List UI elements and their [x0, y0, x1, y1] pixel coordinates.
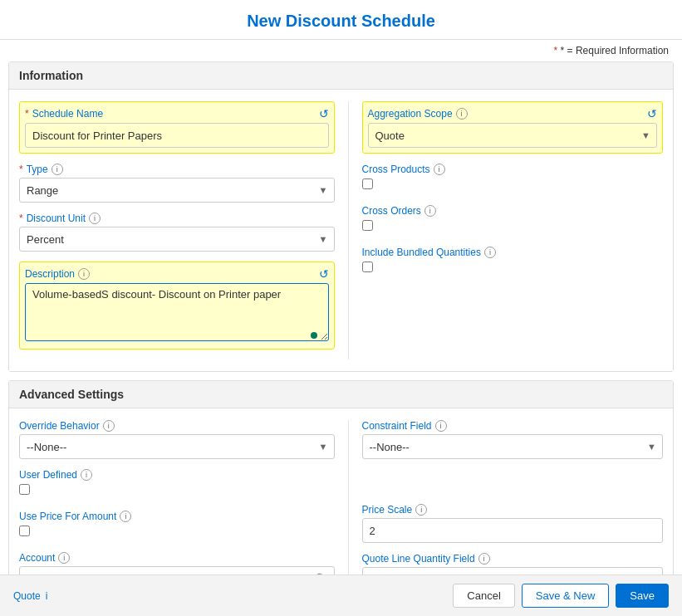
- account-info-icon[interactable]: i: [58, 552, 70, 564]
- override-behavior-info-icon[interactable]: i: [103, 420, 115, 432]
- description-reset-icon[interactable]: ↺: [319, 267, 329, 281]
- constraint-field-label: Constraint Field i: [362, 420, 664, 432]
- type-select-wrapper: Range Fixed Percentage ▼: [19, 178, 335, 203]
- price-scale-label: Price Scale i: [362, 504, 664, 516]
- account-label: Account i: [19, 552, 335, 564]
- aggregation-scope-group: Aggregation Scope i ↺ Quote Order None ▼: [362, 101, 664, 154]
- discount-unit-group: * Discount Unit i Percent Amount Fixed P…: [19, 213, 335, 252]
- user-defined-group: User Defined i: [19, 469, 335, 497]
- description-textarea[interactable]: Volume-basedS discount- Discount on Prin…: [25, 283, 329, 341]
- quote-line-qty-info-icon[interactable]: i: [478, 553, 490, 565]
- aggregation-scope-select-wrapper: Quote Order None ▼: [368, 123, 658, 148]
- cross-orders-label: Cross Orders i: [362, 205, 664, 217]
- type-select[interactable]: Range Fixed Percentage: [19, 178, 335, 203]
- footer-bar: Quote i Cancel Save & New Save: [0, 574, 682, 616]
- schedule-name-reset-icon[interactable]: ↺: [319, 107, 329, 120]
- user-defined-info-icon[interactable]: i: [81, 469, 92, 481]
- save-button[interactable]: Save: [616, 584, 669, 608]
- textarea-dot: [311, 332, 317, 339]
- footer-quote-label: Quote: [13, 590, 41, 602]
- information-section: Information * Schedule Name ↺ *: [8, 61, 674, 372]
- cross-products-checkbox[interactable]: [362, 178, 373, 189]
- use-price-for-amount-checkbox[interactable]: [19, 526, 30, 536]
- price-scale-input[interactable]: [362, 518, 664, 543]
- override-behavior-group: Override Behavior i --None-- Override De…: [19, 420, 335, 459]
- aggregation-scope-info-icon[interactable]: i: [456, 108, 468, 120]
- cancel-button[interactable]: Cancel: [453, 584, 514, 608]
- aggregation-scope-label: Aggregation Scope i ↺: [368, 107, 658, 120]
- use-price-for-amount-group: Use Price For Amount i: [19, 511, 335, 539]
- include-bundled-label: Include Bundled Quantities i: [362, 247, 664, 258]
- required-info-text: * * = Required Information: [0, 40, 682, 61]
- type-label: * Type i: [19, 164, 335, 175]
- include-bundled-group: Include Bundled Quantities i: [362, 247, 664, 275]
- price-scale-group: Price Scale i: [362, 504, 664, 543]
- description-label: Description i ↺: [25, 267, 329, 281]
- constraint-field-select[interactable]: --None--: [362, 434, 664, 459]
- schedule-name-label: * Schedule Name ↺: [25, 107, 329, 120]
- description-textarea-wrapper: Volume-basedS discount- Discount on Prin…: [25, 283, 329, 344]
- type-group: * Type i Range Fixed Percentage ▼: [19, 164, 335, 203]
- discount-unit-info-icon[interactable]: i: [89, 213, 101, 224]
- user-defined-checkbox[interactable]: [19, 484, 30, 495]
- advanced-section-header: Advanced Settings: [9, 381, 673, 408]
- schedule-name-group: * Schedule Name ↺: [19, 101, 335, 154]
- cross-orders-group: Cross Orders i: [362, 205, 664, 233]
- cross-products-group: Cross Products i: [362, 164, 664, 192]
- information-section-body: * Schedule Name ↺ * Type i Ran: [9, 90, 673, 371]
- override-behavior-select-wrapper: --None-- Override Default ▼: [19, 434, 335, 459]
- quote-line-qty-label: Quote Line Quantity Field i: [362, 553, 664, 565]
- override-behavior-label: Override Behavior i: [19, 420, 335, 432]
- type-info-icon[interactable]: i: [52, 164, 63, 175]
- save-new-button[interactable]: Save & New: [522, 584, 610, 608]
- cross-orders-info-icon[interactable]: i: [424, 205, 436, 217]
- constraint-field-select-wrapper: --None-- ▼: [362, 434, 664, 459]
- aggregation-scope-reset-icon[interactable]: ↺: [647, 107, 657, 120]
- description-group: Description i ↺ Volume-basedS discount- …: [19, 262, 335, 350]
- override-behavior-select[interactable]: --None-- Override Default: [19, 434, 335, 459]
- use-price-for-amount-label: Use Price For Amount i: [19, 511, 335, 522]
- cross-orders-checkbox[interactable]: [362, 220, 373, 231]
- cross-products-info-icon[interactable]: i: [434, 164, 445, 175]
- schedule-name-input[interactable]: [25, 123, 329, 148]
- discount-unit-label: * Discount Unit i: [19, 213, 335, 224]
- constraint-field-group: Constraint Field i --None-- ▼: [362, 420, 664, 459]
- footer-left: Quote i: [13, 590, 47, 602]
- price-scale-info-icon[interactable]: i: [415, 504, 427, 516]
- include-bundled-info-icon[interactable]: i: [484, 247, 496, 258]
- cross-products-label: Cross Products i: [362, 164, 664, 175]
- aggregation-scope-select[interactable]: Quote Order None: [368, 123, 658, 148]
- user-defined-label: User Defined i: [19, 469, 335, 481]
- page-title: New Discount Schedule: [0, 0, 682, 40]
- constraint-field-info-icon[interactable]: i: [435, 420, 447, 432]
- include-bundled-checkbox[interactable]: [362, 262, 373, 272]
- description-info-icon[interactable]: i: [78, 268, 90, 280]
- footer-quote-info-icon[interactable]: i: [46, 590, 48, 602]
- discount-unit-select-wrapper: Percent Amount Fixed Price ▼: [19, 227, 335, 252]
- information-section-header: Information: [9, 62, 673, 90]
- discount-unit-select[interactable]: Percent Amount Fixed Price: [19, 227, 335, 252]
- right-column: Aggregation Scope i ↺ Quote Order None ▼: [348, 101, 664, 359]
- use-price-for-amount-info-icon[interactable]: i: [120, 511, 131, 522]
- left-column: * Schedule Name ↺ * Type i Ran: [19, 101, 335, 359]
